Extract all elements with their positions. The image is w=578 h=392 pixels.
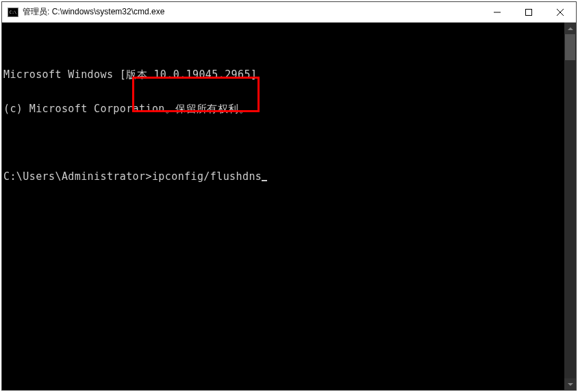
window-title: 管理员: C:\windows\system32\cmd.exe bbox=[23, 6, 481, 18]
command-text: ipconfig/flushdns bbox=[152, 170, 262, 183]
scroll-thumb[interactable] bbox=[565, 34, 575, 60]
terminal-area[interactable]: Microsoft Windows [版本 10.0.19045.2965] (… bbox=[2, 23, 576, 390]
svg-marker-5 bbox=[568, 383, 573, 386]
svg-marker-4 bbox=[568, 27, 573, 30]
terminal-content: Microsoft Windows [版本 10.0.19045.2965] (… bbox=[3, 47, 576, 216]
cmd-icon: C:\ bbox=[8, 8, 18, 17]
svg-rect-1 bbox=[526, 10, 532, 16]
maximize-button[interactable] bbox=[513, 2, 544, 23]
prompt-text: C:\Users\Administrator> bbox=[3, 170, 152, 183]
cursor bbox=[262, 180, 267, 181]
scrollbar[interactable] bbox=[564, 23, 576, 390]
scroll-down-button[interactable] bbox=[564, 378, 576, 390]
scroll-up-button[interactable] bbox=[564, 23, 576, 34]
titlebar[interactable]: C:\ 管理员: C:\windows\system32\cmd.exe bbox=[2, 2, 576, 23]
output-line-2: (c) Microsoft Corporation。保留所有权利。 bbox=[3, 103, 576, 115]
blank-line bbox=[3, 137, 576, 148]
window-controls bbox=[481, 2, 576, 22]
close-button[interactable] bbox=[544, 2, 576, 23]
cmd-window: C:\ 管理员: C:\windows\system32\cmd.exe Mic… bbox=[1, 1, 577, 391]
output-line-1: Microsoft Windows [版本 10.0.19045.2965] bbox=[3, 69, 576, 81]
minimize-button[interactable] bbox=[481, 2, 513, 23]
prompt-line: C:\Users\Administrator>ipconfig/flushdns bbox=[3, 171, 576, 183]
